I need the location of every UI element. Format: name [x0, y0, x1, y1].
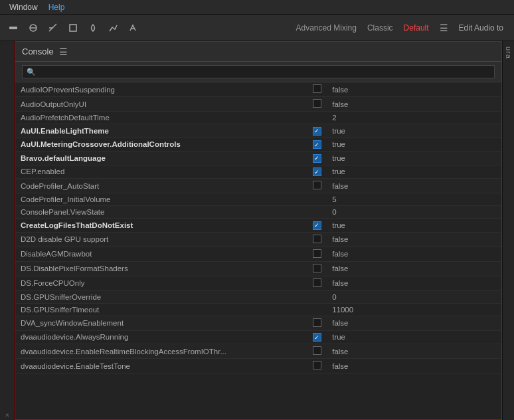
left-sidebar: »	[0, 41, 15, 420]
setting-checkbox[interactable]	[313, 99, 321, 108]
menu-window[interactable]: Window	[4, 1, 43, 13]
setting-name: CodeProfiler_InitialVolume	[15, 193, 307, 206]
setting-checkbox-cell	[307, 138, 327, 152]
tool-icon-3[interactable]	[45, 20, 61, 36]
setting-checkbox[interactable]	[313, 361, 321, 369]
setting-checkbox[interactable]	[313, 140, 321, 149]
menu-help[interactable]: Help	[43, 1, 70, 13]
search-icon: 🔍	[27, 68, 36, 76]
sidebar-expand-icon[interactable]: »	[3, 413, 11, 417]
setting-value: 11000	[327, 303, 501, 316]
setting-value: false	[327, 97, 501, 112]
setting-checkbox-cell	[307, 290, 327, 303]
toolbar-tabs: Advanced Mixing Classic Default ☰ Edit A…	[296, 21, 503, 35]
setting-checkbox-cell	[307, 97, 327, 112]
setting-checkbox-cell	[307, 206, 327, 219]
table-row: DS.DisablePixelFormatShadersfalse	[15, 261, 501, 276]
svg-rect-2	[70, 25, 76, 31]
setting-checkbox-cell	[307, 219, 327, 233]
setting-checkbox[interactable]	[313, 249, 321, 258]
setting-checkbox-cell	[307, 276, 327, 290]
setting-value: true	[327, 330, 501, 344]
setting-value: false	[327, 232, 501, 247]
tool-icon-1[interactable]	[5, 20, 21, 36]
setting-checkbox[interactable]	[313, 127, 321, 136]
right-label-panel: ura	[502, 41, 514, 420]
setting-checkbox[interactable]	[313, 346, 321, 355]
console-menu-icon[interactable]: ☰	[59, 47, 68, 57]
setting-name: DS.GPUSnifferOverride	[15, 290, 307, 303]
setting-checkbox-cell	[307, 152, 327, 165]
tool-icon-2[interactable]	[25, 20, 41, 36]
setting-value: 2	[327, 112, 501, 124]
setting-checkbox[interactable]	[313, 235, 321, 243]
table-row: dvaaudiodevice.EnableRealtimeBlockingAcc…	[15, 344, 501, 359]
setting-checkbox-cell	[307, 344, 327, 359]
setting-checkbox[interactable]	[313, 154, 321, 163]
tool-icon-7[interactable]	[125, 20, 141, 36]
setting-name: AudioPrefetchDefaultTime	[15, 112, 307, 124]
setting-name: dvaaudiodevice.EnableTestTone	[15, 359, 307, 373]
setting-checkbox-cell	[307, 303, 327, 316]
edit-audio-label: Edit Audio to	[459, 23, 503, 33]
setting-name: AudioOutputOnlyUI	[15, 97, 307, 112]
setting-checkbox[interactable]	[313, 264, 321, 272]
console-panel: Console ☰ 🔍 AudioIOPreventSuspendingfals…	[15, 41, 502, 420]
setting-name: DS.ForceCPUOnly	[15, 276, 307, 290]
setting-checkbox-cell	[307, 112, 327, 124]
setting-name: AudioIOPreventSuspending	[15, 82, 307, 97]
setting-checkbox[interactable]	[313, 84, 321, 93]
setting-checkbox[interactable]	[313, 167, 321, 176]
setting-checkbox-cell	[307, 82, 327, 97]
setting-checkbox-cell	[307, 247, 327, 261]
setting-checkbox[interactable]	[313, 221, 321, 230]
setting-checkbox-cell	[307, 124, 327, 138]
table-row: AuUI.EnableLightThemetrue	[15, 124, 501, 138]
setting-checkbox[interactable]	[313, 333, 321, 342]
right-label-text: ura	[505, 47, 513, 59]
tab-default[interactable]: Default	[404, 21, 429, 35]
setting-value: true	[327, 124, 501, 138]
table-row: dvaaudiodevice.AlwaysRunningtrue	[15, 330, 501, 344]
table-row: DS.ForceCPUOnlyfalse	[15, 276, 501, 290]
setting-checkbox[interactable]	[313, 278, 321, 287]
table-row: DVA_syncWindowEnablementfalse	[15, 316, 501, 330]
setting-value: 0	[327, 290, 501, 303]
setting-name: AuUI.MeteringCrossover.AdditionalControl…	[15, 138, 307, 152]
setting-checkbox[interactable]	[313, 181, 321, 189]
setting-name: dvaaudiodevice.EnableRealtimeBlockingAcc…	[15, 344, 307, 359]
setting-name: CEP.enabled	[15, 165, 307, 179]
table-row: AuUI.MeteringCrossover.AdditionalControl…	[15, 138, 501, 152]
setting-checkbox[interactable]	[313, 318, 321, 327]
setting-value: 5	[327, 193, 501, 206]
setting-name: DS.DisablePixelFormatShaders	[15, 261, 307, 276]
setting-name: CodeProfiler_AutoStart	[15, 179, 307, 193]
setting-checkbox-cell	[307, 179, 327, 193]
table-row: ConsolePanel.ViewState0	[15, 206, 501, 219]
table-container: AudioIOPreventSuspendingfalseAudioOutput…	[15, 82, 501, 419]
setting-value: false	[327, 179, 501, 193]
setting-value: true	[327, 219, 501, 233]
setting-name: DisableAGMDrawbot	[15, 247, 307, 261]
tab-menu-icon[interactable]: ☰	[440, 23, 448, 33]
tab-classic[interactable]: Classic	[367, 21, 393, 35]
setting-value: false	[327, 261, 501, 276]
tool-icon-4[interactable]	[65, 20, 81, 36]
table-row: AudioIOPreventSuspendingfalse	[15, 82, 501, 97]
setting-checkbox-cell	[307, 165, 327, 179]
setting-name: AuUI.EnableLightTheme	[15, 124, 307, 138]
tool-icon-5[interactable]	[85, 20, 101, 36]
table-row: CreateLogFilesThatDoNotExisttrue	[15, 219, 501, 233]
search-input[interactable]	[39, 67, 490, 76]
toolbar: Advanced Mixing Classic Default ☰ Edit A…	[0, 15, 514, 41]
setting-checkbox-cell	[307, 261, 327, 276]
setting-checkbox-cell	[307, 193, 327, 206]
setting-checkbox-cell	[307, 359, 327, 373]
setting-value: false	[327, 344, 501, 359]
table-row: Bravo.defaultLanguagetrue	[15, 152, 501, 165]
setting-value: 0	[327, 206, 501, 219]
tab-advanced-mixing[interactable]: Advanced Mixing	[296, 21, 357, 35]
tool-icon-6[interactable]	[105, 20, 121, 36]
setting-name: DVA_syncWindowEnablement	[15, 316, 307, 330]
setting-name: CreateLogFilesThatDoNotExist	[15, 219, 307, 233]
